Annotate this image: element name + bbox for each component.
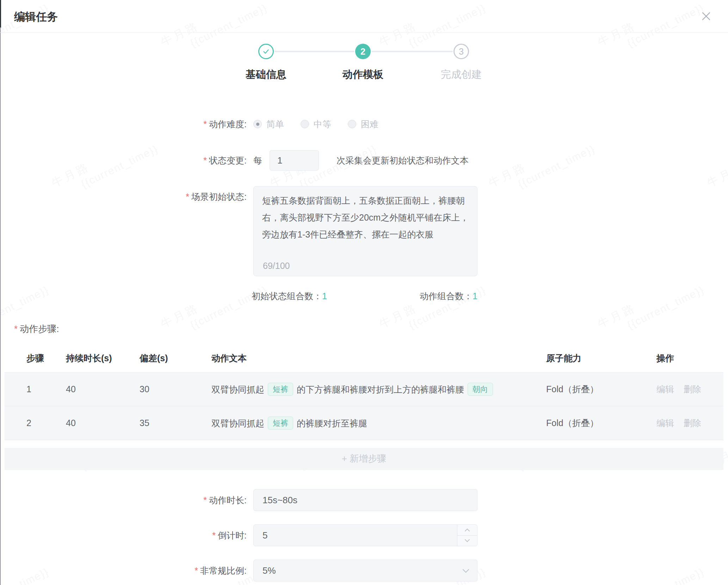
state-change-label: *状态变更: [0,150,247,171]
dialog-header: 编辑任务 [0,0,728,33]
table-header-cell-4: 动作文本 [211,352,546,364]
table-row-2: 24035双臂协同抓起短裤的裤腰对折至裤腿Fold（折叠）编辑删除 [5,406,723,440]
state-change-input[interactable]: 1 [270,150,319,171]
state-change-prefix: 每 [253,150,262,171]
initial-combo-value: 1 [322,291,327,301]
initial-combo-count: 初始状态组合数：1 [252,290,327,302]
difficulty-radio-1[interactable]: 简单 [253,118,284,130]
form-row-difficulty: *动作难度: 简单中等困难 [0,115,728,133]
step-cell: 2 [26,418,66,428]
unusual-ratio-value: 5% [263,565,276,576]
action-text: 双臂协同抓起 [211,384,264,394]
edit-link[interactable]: 编辑 [656,383,674,395]
action-text-cell: 双臂协同抓起短裤的下方裤腿和裤腰对折到上方的裤腿和裤腰朝向 [211,383,546,396]
form-row-unusual-ratio: *非常规比例: 5% [0,560,728,581]
countdown-value: 5 [263,530,267,541]
table-row-1: 14030双臂协同抓起短裤的下方裤腿和裤腰对折到上方的裤腿和裤腰朝向Fold（折… [5,372,723,406]
action-steps-section-label: *动作步骤: [14,323,59,335]
step-label-2: 动作模板 [321,68,405,82]
initial-state-label: *场景初始状态: [0,191,247,203]
difficulty-radio-group: 简单中等困难 [253,115,378,133]
unusual-ratio-label: *非常规比例: [0,560,247,581]
countdown-input[interactable]: 5 [253,524,477,546]
table-header-cell-3: 偏差(s) [140,352,211,364]
duration-label: *动作时长: [0,489,247,511]
chevron-down-icon [464,539,470,542]
radio-circle-icon [348,120,356,128]
chevron-up-icon [464,528,470,532]
required-asterisk: * [203,119,207,129]
difficulty-label: *动作难度: [0,115,247,133]
initial-state-text: 短裤五条数据背面朝上，五条数据正面朝上，裤腰朝右，离头部视野下方至少20cm之外… [254,186,477,243]
step-connector-2 [371,51,453,52]
required-asterisk: * [203,155,207,165]
radio-circle-icon [301,120,309,128]
table-header-row: 步骤持续时长(s)偏差(s)动作文本原子能力操作 [5,344,723,372]
step-cell: 1 [26,384,66,394]
deviation-cell: 30 [140,384,211,394]
step-circle-3[interactable]: 3 [454,44,469,59]
unusual-ratio-select[interactable]: 5% [253,560,477,581]
edit-link[interactable]: 编辑 [656,417,674,429]
action-steps-table: 步骤持续时长(s)偏差(s)动作文本原子能力操作 14030双臂协同抓起短裤的下… [5,344,723,470]
row-actions-cell: 编辑删除 [656,417,723,429]
add-step-button[interactable]: + 新增步骤 [5,448,723,470]
duration-value: 15s~80s [263,495,297,506]
table-header-cell-2: 持续时长(s) [66,352,140,364]
stepper-up-button[interactable] [457,525,477,536]
radio-label: 简单 [266,118,284,130]
form-row-countdown: *倒计时: 5 [0,524,728,546]
action-text-cell: 双臂协同抓起短裤的裤腰对折至裤腿 [211,417,546,430]
ability-cell: Fold（折叠） [546,383,656,395]
char-counter: 69/100 [263,261,290,271]
stepper-down-button[interactable] [457,536,477,546]
step-circle-1[interactable] [258,44,274,59]
state-change-value: 1 [277,155,282,166]
combo-counts-row: 初始状态组合数：1 动作组合数：1 [0,290,728,302]
dialog-title: 编辑任务 [14,10,58,24]
radio-label: 中等 [314,118,331,130]
duration-cell: 40 [66,418,140,428]
entity-tag: 短裤 [268,383,293,396]
duration-cell: 40 [66,384,140,394]
form-row-duration: *动作时长: 15s~80s [0,489,728,511]
action-text: 的下方裤腿和裤腰对折到上方的裤腿和裤腰 [297,384,464,394]
table-header-cell-6: 操作 [656,352,723,364]
radio-label: 困难 [361,118,378,130]
delete-link[interactable]: 删除 [684,383,701,395]
required-asterisk: * [186,192,189,202]
step-label-1: 基础信息 [224,68,308,82]
required-asterisk: * [212,530,216,540]
radio-dot [256,123,259,126]
close-button[interactable] [699,9,713,23]
delete-link[interactable]: 删除 [684,417,701,429]
required-asterisk: * [195,566,198,575]
watermark: 牛月路{{current_time}} [595,270,706,343]
row-actions-cell: 编辑删除 [656,383,723,395]
action-combo-value: 1 [473,291,477,301]
watermark: 牛月路{{current_time}} [158,270,269,343]
step-circle-2[interactable]: 2 [355,44,371,59]
duration-input[interactable]: 15s~80s [253,489,477,511]
select-chevron-down-icon [462,569,469,573]
close-icon [701,11,712,22]
table-header-cell-1: 步骤 [26,352,66,364]
number-stepper [457,525,477,546]
deviation-cell: 35 [140,418,211,428]
watermark: 牛月路{{current_time}} [377,270,488,343]
state-change-suffix: 次采集会更新初始状态和动作文本 [337,150,469,171]
entity-tag: 朝向 [468,383,493,396]
difficulty-radio-3[interactable]: 困难 [348,118,378,130]
table-gap [5,440,723,448]
difficulty-radio-2[interactable]: 中等 [301,118,331,130]
required-asterisk: * [14,324,18,334]
add-step-label: + 新增步骤 [342,452,386,465]
form-row-state-change: *状态变更: 每 1 次采集会更新初始状态和动作文本 [0,150,728,171]
check-icon [262,48,270,55]
entity-tag: 短裤 [268,417,293,430]
table-header-cell-5: 原子能力 [546,352,656,364]
initial-state-textarea[interactable]: 短裤五条数据背面朝上，五条数据正面朝上，裤腰朝右，离头部视野下方至少20cm之外… [253,186,477,276]
ability-cell: Fold（折叠） [546,417,656,429]
required-asterisk: * [203,495,207,505]
countdown-label: *倒计时: [0,524,247,546]
